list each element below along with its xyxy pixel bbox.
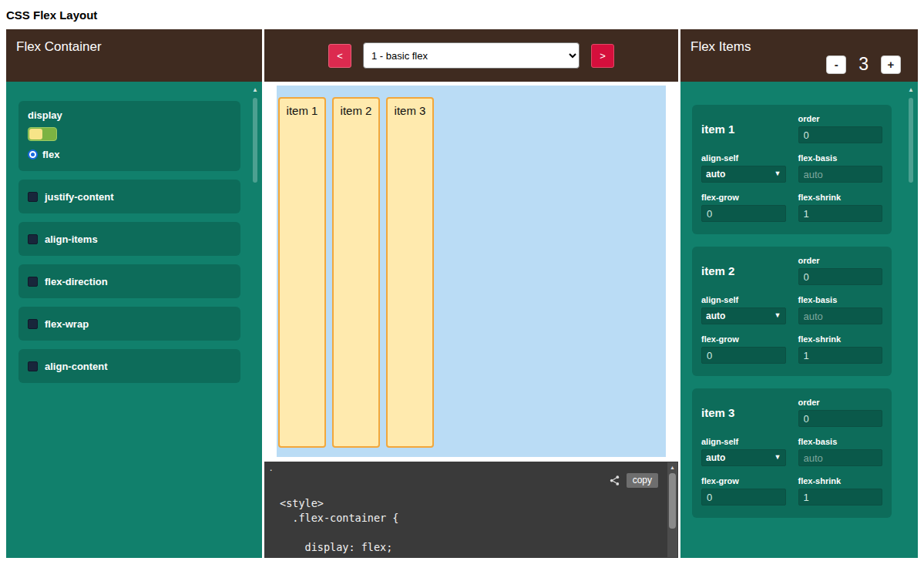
flex-radio-label: flex <box>42 149 59 160</box>
share-icon[interactable] <box>609 475 620 486</box>
align-content-label: align-content <box>45 361 108 372</box>
flex-basis-input[interactable] <box>798 166 883 183</box>
copy-button[interactable]: copy <box>627 473 658 488</box>
flex-basis-label: flex-basis <box>798 437 883 446</box>
flex-basis-field: flex-basis <box>798 153 883 183</box>
flex-items-header: Flex Items - 3 + <box>680 29 918 82</box>
order-field: order <box>798 114 883 143</box>
order-input[interactable] <box>798 268 883 285</box>
scrollbar-thumb[interactable] <box>909 98 913 183</box>
align-self-select[interactable]: auto <box>701 449 786 466</box>
align-self-select[interactable]: auto <box>701 307 786 324</box>
order-label: order <box>798 398 883 407</box>
left-panel-scrollbar[interactable]: ▲ <box>250 84 260 556</box>
item-card-1: item 1 order align-self auto flex-basis <box>692 105 892 234</box>
align-self-select[interactable]: auto <box>701 166 786 183</box>
item-name: item 3 <box>701 406 786 419</box>
flex-container-preview: item 1 item 2 item 3 <box>277 86 666 457</box>
align-self-select-wrap: auto <box>701 449 786 466</box>
align-self-select-wrap: auto <box>701 166 786 183</box>
order-field: order <box>798 398 883 427</box>
decrease-items-button[interactable]: - <box>826 55 846 74</box>
flex-shrink-input[interactable] <box>798 489 883 506</box>
flex-grow-field: flex-grow <box>701 334 786 364</box>
code-line: display: flex; <box>280 540 678 555</box>
section-align-items[interactable]: align-items <box>18 222 240 256</box>
scroll-up-arrow-icon[interactable]: ▲ <box>250 84 260 93</box>
page-title: CSS Flex Layout <box>0 0 924 29</box>
scroll-up-arrow-icon[interactable]: ▲ <box>667 462 677 470</box>
main-columns: Flex Container ▲ display flex ju <box>0 29 924 558</box>
flex-shrink-field: flex-shrink <box>798 334 883 364</box>
flex-grow-input[interactable] <box>701 205 786 222</box>
preview-panel: < 1 - basic flex > item 1 item 2 item 3 … <box>264 29 678 558</box>
display-flex-radio-row[interactable]: flex <box>28 149 231 160</box>
flex-shrink-input[interactable] <box>798 205 883 222</box>
align-self-label: align-self <box>701 295 786 304</box>
align-content-checkbox[interactable] <box>28 361 38 371</box>
flex-shrink-input[interactable] <box>798 347 883 364</box>
flex-grow-field: flex-grow <box>701 476 786 506</box>
flex-wrap-checkbox[interactable] <box>28 319 38 329</box>
item-card-3: item 3 order align-self auto flex-basis <box>692 388 892 518</box>
section-flex-wrap[interactable]: flex-wrap <box>18 307 240 341</box>
example-select[interactable]: 1 - basic flex <box>363 42 580 69</box>
flex-grow-field: flex-grow <box>701 193 786 222</box>
flex-items-title: Flex Items <box>690 39 751 54</box>
item-card-2: item 2 order align-self auto flex-basis <box>692 247 892 376</box>
item-name: item 2 <box>701 264 786 277</box>
flex-basis-input[interactable] <box>798 307 883 324</box>
align-items-checkbox[interactable] <box>28 234 38 244</box>
next-example-button[interactable]: > <box>591 44 614 68</box>
flex-basis-label: flex-basis <box>798 295 883 304</box>
increase-items-button[interactable]: + <box>881 55 901 74</box>
flex-grow-input[interactable] <box>701 489 786 506</box>
section-justify-content[interactable]: justify-content <box>18 180 240 213</box>
order-label: order <box>798 114 883 123</box>
flex-shrink-label: flex-shrink <box>798 193 883 202</box>
section-flex-direction[interactable]: flex-direction <box>18 264 240 298</box>
radio-selected-icon <box>28 149 38 160</box>
flex-basis-input[interactable] <box>798 449 883 466</box>
flex-basis-field: flex-basis <box>798 437 883 466</box>
scroll-up-arrow-icon[interactable]: ▲ <box>906 84 916 93</box>
flex-items-panel: Flex Items - 3 + ▲ item 1 order align-se <box>680 29 918 558</box>
justify-content-checkbox[interactable] <box>28 192 38 202</box>
justify-content-label: justify-content <box>45 191 114 203</box>
flex-container-header: Flex Container <box>6 29 262 82</box>
code-scrollbar[interactable]: ▲ <box>667 462 677 557</box>
flex-item: item 1 <box>278 97 326 448</box>
right-panel-scrollbar[interactable]: ▲ <box>906 84 916 556</box>
flex-grow-label: flex-grow <box>701 193 786 202</box>
order-input[interactable] <box>798 410 883 427</box>
prev-example-button[interactable]: < <box>328 44 351 68</box>
toggle-knob-icon <box>29 129 42 139</box>
display-toggle[interactable] <box>28 127 57 141</box>
code-block: . copy <style> .flex-container { display <box>264 462 678 558</box>
flex-items-body: ▲ item 1 order align-self auto <box>680 82 918 558</box>
order-input[interactable] <box>798 126 883 143</box>
align-self-field: align-self auto <box>701 437 786 466</box>
align-items-label: align-items <box>45 233 98 245</box>
align-self-field: align-self auto <box>701 153 786 183</box>
code-bullet: . <box>270 462 272 473</box>
flex-direction-checkbox[interactable] <box>28 277 38 287</box>
item-name: item 1 <box>701 123 786 136</box>
display-label: display <box>28 109 231 121</box>
section-align-content[interactable]: align-content <box>18 349 240 383</box>
flex-shrink-label: flex-shrink <box>798 334 883 344</box>
flex-shrink-field: flex-shrink <box>798 193 883 222</box>
item-count-controls: - 3 + <box>826 54 901 75</box>
scrollbar-thumb[interactable] <box>253 98 257 183</box>
align-self-label: align-self <box>701 437 786 446</box>
scrollbar-thumb[interactable] <box>669 473 676 529</box>
code-line <box>280 526 678 540</box>
code-tools: copy <box>609 473 658 488</box>
flex-basis-field: flex-basis <box>798 295 883 324</box>
display-card: display flex <box>18 101 240 171</box>
flex-basis-label: flex-basis <box>798 153 883 163</box>
flex-grow-input[interactable] <box>701 347 786 364</box>
flex-grow-label: flex-grow <box>701 476 786 485</box>
flex-direction-label: flex-direction <box>45 276 108 287</box>
flex-item: item 2 <box>332 97 380 448</box>
